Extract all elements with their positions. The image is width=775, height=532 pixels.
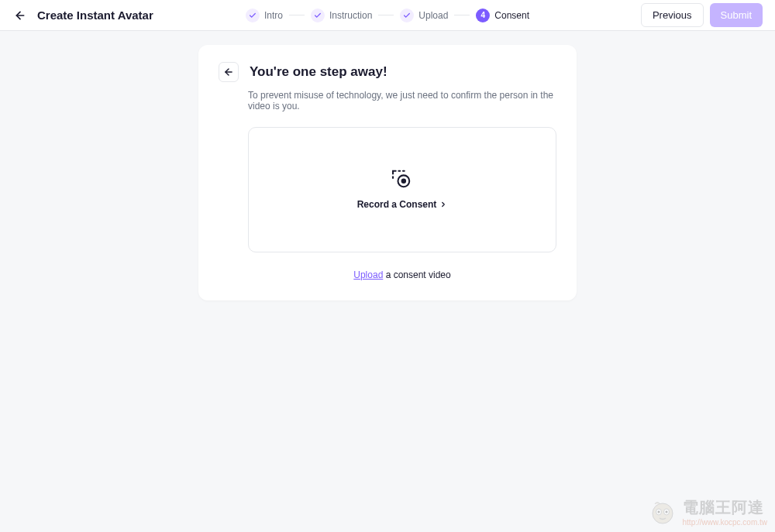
main-content: You're one step away! To prevent misuse … [0,31,775,300]
step-label: Consent [494,10,529,21]
step-upload[interactable]: Upload [400,9,448,22]
svg-point-10 [657,511,660,513]
upload-link[interactable]: Upload [353,269,383,280]
check-icon [311,9,325,22]
step-label: Intro [264,10,283,21]
step-number: 4 [476,9,490,22]
arrow-left-icon [14,9,26,22]
check-icon [400,9,414,22]
card-header: You're one step away! [219,62,556,82]
step-consent[interactable]: 4 Consent [476,9,529,22]
watermark-mascot-icon [647,496,678,527]
record-consent-label: Record a Consent [357,199,448,210]
svg-point-7 [653,503,673,523]
step-label: Upload [418,10,448,21]
step-connector [454,15,470,15]
stepper: Intro Instruction Upload 4 Consent [246,9,529,22]
record-consent-text: Record a Consent [357,199,437,210]
upload-alternative: Upload a consent video [219,269,556,280]
step-instruction[interactable]: Instruction [311,9,372,22]
consent-card: You're one step away! To prevent misuse … [198,45,577,300]
svg-point-9 [663,509,669,515]
card-title: You're one step away! [250,64,388,80]
arrow-left-icon [223,67,234,77]
chevron-right-icon [439,201,447,208]
watermark-title: 電腦王阿達 [683,497,764,518]
header-actions: Previous Submit [641,3,763,27]
back-button[interactable] [12,8,28,23]
record-consent-box[interactable]: Record a Consent [248,127,556,252]
card-back-button[interactable] [219,62,239,82]
step-intro[interactable]: Intro [246,9,283,22]
svg-point-11 [665,511,667,513]
header-left: Create Instant Avatar [12,8,153,23]
header: Create Instant Avatar Intro Instruction … [0,0,775,31]
watermark-url: http://www.kocpc.com.tw [683,518,767,527]
camera-focus-icon [391,170,414,188]
check-icon [246,9,260,22]
submit-button[interactable]: Submit [710,3,763,27]
step-connector [289,15,305,15]
svg-point-6 [401,179,406,184]
step-connector [378,15,394,15]
previous-button[interactable]: Previous [641,3,704,27]
step-label: Instruction [329,10,372,21]
watermark: 電腦王阿達 http://www.kocpc.com.tw [647,496,767,527]
upload-suffix: a consent video [383,269,450,280]
page-title: Create Instant Avatar [37,9,153,22]
svg-point-8 [656,509,661,515]
card-subtitle: To prevent misuse of technology, we just… [219,90,556,112]
